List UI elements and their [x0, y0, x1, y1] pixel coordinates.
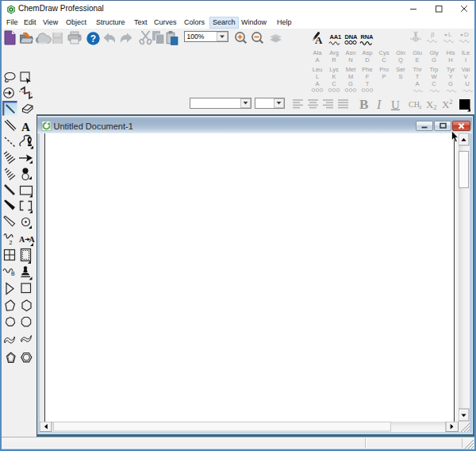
svg-text:I: I: [376, 98, 382, 111]
svg-text:H: H: [448, 56, 452, 64]
svg-text:V: V: [463, 73, 467, 80]
svg-text:2: 2: [433, 103, 437, 111]
svg-text:Tyr: Tyr: [447, 66, 455, 73]
svg-text:β: β: [431, 31, 435, 38]
svg-text:Y: Y: [448, 73, 452, 80]
svg-text:CH: CH: [409, 100, 420, 109]
svg-text:2: 2: [419, 104, 422, 110]
svg-text:I: I: [465, 56, 466, 64]
svg-text:K: K: [332, 73, 336, 80]
svg-text:A: A: [19, 235, 25, 244]
svg-text:C: C: [382, 56, 386, 64]
svg-text:Ser: Ser: [396, 66, 405, 73]
svg-text:W: W: [431, 73, 437, 80]
svg-text:D: D: [365, 56, 370, 64]
svg-text:D: D: [464, 31, 469, 38]
svg-text:Ala: Ala: [313, 49, 323, 56]
svg-text:A: A: [415, 80, 419, 87]
svg-text:L: L: [316, 73, 319, 80]
svg-text:C: C: [332, 80, 336, 87]
svg-text:G: G: [432, 56, 436, 64]
svg-text:Val: Val: [462, 66, 470, 73]
svg-text:F: F: [366, 73, 370, 80]
svg-text:Leu: Leu: [313, 66, 323, 73]
svg-text:RNA: RNA: [361, 33, 374, 40]
svg-text:N: N: [348, 56, 352, 64]
svg-text:A: A: [315, 56, 319, 64]
svg-text:Cys: Cys: [379, 49, 390, 56]
svg-text:Gly: Gly: [429, 49, 439, 56]
svg-text:Q: Q: [398, 56, 403, 64]
svg-text:Phe: Phe: [362, 66, 372, 73]
svg-text:B: B: [359, 97, 368, 112]
svg-text:E: E: [415, 56, 419, 64]
svg-text:DNA: DNA: [345, 33, 358, 40]
svg-text:A: A: [21, 121, 30, 133]
svg-text:Glu: Glu: [413, 49, 422, 56]
svg-text:T: T: [366, 80, 370, 87]
svg-text:B: B: [11, 271, 15, 276]
svg-text:AA1: AA1: [330, 33, 341, 40]
svg-text:U: U: [465, 80, 469, 87]
svg-text:2: 2: [10, 240, 13, 245]
svg-text:Lys: Lys: [329, 66, 339, 73]
svg-text:A: A: [315, 80, 319, 87]
svg-text:Trp: Trp: [430, 66, 439, 73]
svg-text:His: His: [447, 49, 455, 56]
svg-text:G: G: [448, 80, 453, 87]
svg-text:S: S: [398, 73, 402, 80]
svg-text:Pro: Pro: [379, 66, 389, 73]
svg-text:R: R: [332, 56, 336, 64]
svg-text:Met: Met: [346, 66, 356, 73]
svg-text:100%: 100%: [187, 33, 205, 40]
svg-text:L: L: [448, 31, 452, 38]
svg-text:A: A: [29, 235, 36, 244]
svg-text:M: M: [348, 73, 353, 80]
svg-text:T: T: [416, 73, 420, 80]
svg-text:2: 2: [449, 98, 453, 106]
svg-text:Thr: Thr: [413, 66, 422, 73]
svg-text:Arg: Arg: [329, 49, 339, 56]
svg-text:Asp: Asp: [363, 49, 373, 56]
svg-text:U: U: [391, 98, 400, 111]
svg-text:C: C: [432, 80, 436, 87]
svg-text:Gln: Gln: [396, 49, 405, 56]
svg-text:?: ?: [90, 33, 96, 44]
svg-text:Asn: Asn: [346, 49, 356, 56]
svg-text:P: P: [382, 73, 386, 80]
svg-text:ILe: ILe: [462, 49, 470, 56]
svg-text:G: G: [348, 80, 353, 87]
